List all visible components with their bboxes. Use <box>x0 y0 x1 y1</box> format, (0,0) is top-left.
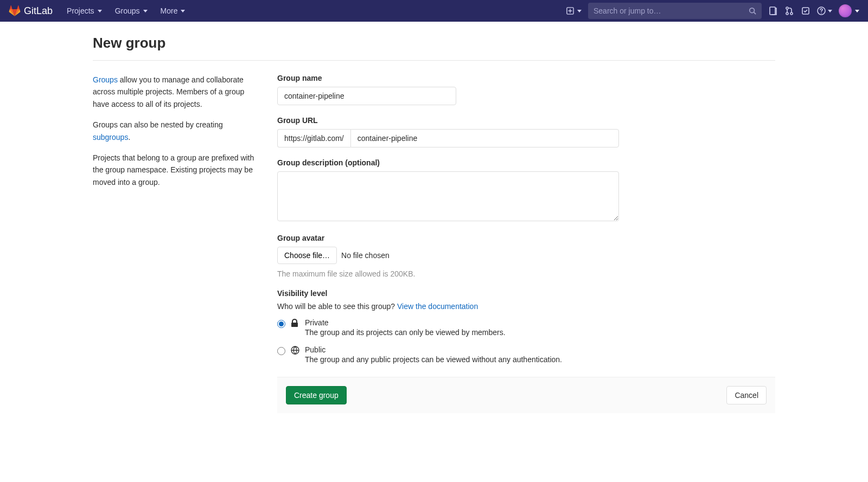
group-desc-label: Group description (optional) <box>277 158 619 167</box>
public-content: Public The group and any public projects… <box>291 345 562 364</box>
avatar <box>839 4 852 17</box>
info-paragraph-3: Projects that belong to a group are pref… <box>93 152 256 188</box>
svg-point-1 <box>750 8 755 13</box>
globe-icon <box>291 346 299 355</box>
brand-name: GitLab <box>24 5 53 17</box>
page-title: New group <box>93 35 775 61</box>
nav-projects[interactable]: Projects <box>61 2 107 20</box>
help-icon <box>817 7 826 15</box>
svg-point-4 <box>786 12 788 15</box>
info-p2-suffix: . <box>128 133 130 142</box>
group-avatar-label: Group avatar <box>277 234 619 242</box>
group-avatar-field: Group avatar Choose file… No file chosen… <box>277 234 619 278</box>
info-sidebar: Groups allow you to manage and collabora… <box>93 74 256 413</box>
svg-point-5 <box>790 12 793 15</box>
group-url-input-group: https://gitlab.com/ <box>277 129 619 147</box>
file-status: No file chosen <box>341 251 390 260</box>
form-actions: Create group Cancel <box>277 377 775 413</box>
chevron-down-icon <box>181 10 185 12</box>
group-name-label: Group name <box>277 74 619 82</box>
group-desc-input[interactable] <box>277 171 619 221</box>
public-desc: The group and any public projects can be… <box>305 355 562 364</box>
group-url-field: Group URL https://gitlab.com/ <box>277 116 619 147</box>
search-box[interactable] <box>588 3 762 19</box>
visibility-question-text: Who will be able to see this group? <box>277 302 397 311</box>
visibility-doc-link[interactable]: View the documentation <box>397 302 478 311</box>
create-group-button[interactable]: Create group <box>286 386 347 404</box>
gitlab-logo-icon <box>9 5 21 17</box>
visibility-question: Who will be able to see this group? View… <box>277 302 619 311</box>
group-name-input[interactable] <box>277 87 456 105</box>
chevron-down-icon <box>143 10 148 12</box>
svg-point-3 <box>786 7 788 9</box>
private-desc: The group and its projects can only be v… <box>305 328 506 337</box>
merge-requests-icon[interactable] <box>784 6 794 16</box>
chevron-down-icon <box>828 10 832 12</box>
help-dropdown[interactable] <box>817 7 832 15</box>
navbar-left: GitLab Projects Groups More <box>9 2 190 20</box>
svg-rect-9 <box>291 323 298 327</box>
public-title: Public <box>305 345 562 354</box>
search-input[interactable] <box>593 7 749 15</box>
chevron-down-icon <box>855 10 859 12</box>
info-p2-prefix: Groups can also be nested by creating <box>93 120 223 129</box>
form-area: Group name Group URL https://gitlab.com/… <box>277 74 775 413</box>
user-menu[interactable] <box>839 4 859 17</box>
avatar-help-text: The maximum file size allowed is 200KB. <box>277 269 619 278</box>
visibility-label: Visibility level <box>277 289 619 298</box>
todos-icon[interactable] <box>801 6 810 16</box>
cancel-button[interactable]: Cancel <box>726 386 767 404</box>
subgroups-link[interactable]: subgroups <box>93 133 128 142</box>
visibility-public-radio[interactable] <box>277 347 285 355</box>
choose-file-button[interactable]: Choose file… <box>277 247 337 264</box>
issues-icon[interactable] <box>768 6 778 16</box>
content-columns: Groups allow you to manage and collabora… <box>93 74 775 413</box>
info-paragraph-2: Groups can also be nested by creating su… <box>93 119 256 143</box>
private-title: Private <box>305 318 506 327</box>
chevron-down-icon <box>98 10 102 12</box>
lock-icon <box>291 319 299 327</box>
main-container: New group Groups allow you to manage and… <box>84 22 784 426</box>
nav-projects-label: Projects <box>67 7 94 15</box>
nav-groups-label: Groups <box>115 7 140 15</box>
group-url-prefix: https://gitlab.com/ <box>277 129 350 147</box>
new-dropdown[interactable] <box>566 7 582 15</box>
visibility-private-radio[interactable] <box>277 320 285 328</box>
group-desc-field: Group description (optional) <box>277 158 619 223</box>
nav-groups[interactable]: Groups <box>110 2 153 20</box>
visibility-public-option[interactable]: Public The group and any public projects… <box>277 345 619 364</box>
brand[interactable]: GitLab <box>9 5 53 17</box>
visibility-private-option[interactable]: Private The group and its projects can o… <box>277 318 619 337</box>
groups-link[interactable]: Groups <box>93 75 118 84</box>
group-url-input[interactable] <box>350 129 619 147</box>
navbar-right <box>566 3 859 19</box>
svg-point-8 <box>821 12 822 14</box>
chevron-down-icon <box>577 10 582 12</box>
file-picker-row: Choose file… No file chosen <box>277 247 619 264</box>
visibility-field: Visibility level Who will be able to see… <box>277 289 619 364</box>
group-name-field: Group name <box>277 74 619 105</box>
svg-rect-2 <box>770 7 775 15</box>
info-paragraph-1: Groups allow you to manage and collabora… <box>93 74 256 110</box>
search-icon <box>749 7 756 15</box>
top-navbar: GitLab Projects Groups More <box>0 0 868 22</box>
nav-more-label: More <box>161 7 178 15</box>
private-content: Private The group and its projects can o… <box>291 318 506 337</box>
group-url-label: Group URL <box>277 116 619 125</box>
nav-more[interactable]: More <box>155 2 191 20</box>
plus-icon <box>566 7 574 15</box>
